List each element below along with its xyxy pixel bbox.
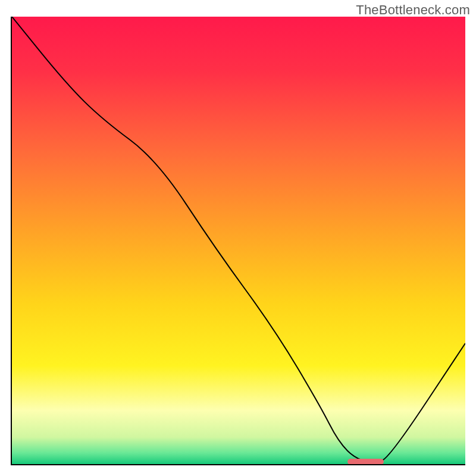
chart-frame: TheBottleneck.com <box>0 0 476 476</box>
optimal-range-marker <box>347 459 384 465</box>
bottleneck-curve <box>12 17 465 461</box>
watermark-text: TheBottleneck.com <box>356 2 470 18</box>
curve-layer <box>12 17 465 464</box>
plot-area <box>11 17 465 465</box>
